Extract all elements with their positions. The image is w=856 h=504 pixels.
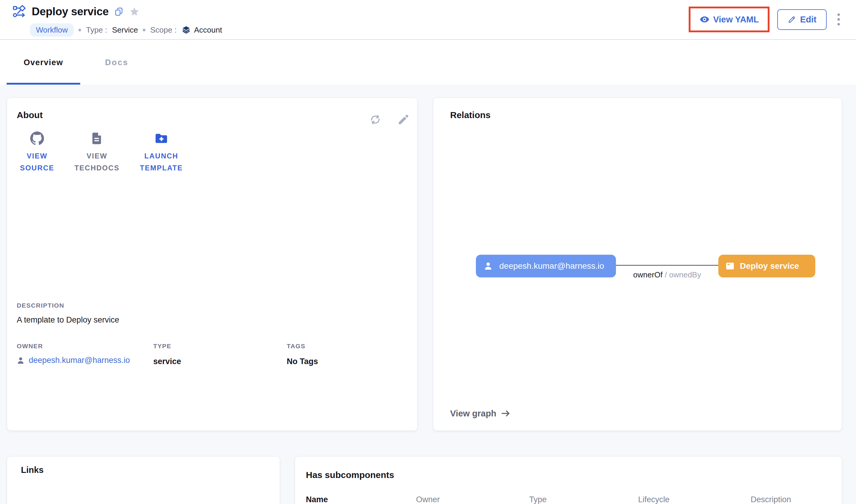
view-yaml-button[interactable]: View YAML <box>690 8 768 31</box>
subtitle-row: Workflow Type : Service Scope : Account <box>30 23 222 37</box>
about-card-title: About <box>17 110 43 120</box>
edge-label-ownedby: ownedBy <box>669 270 701 279</box>
pencil-icon <box>787 15 797 24</box>
about-actions-row: VIEW SOURCE VIEW TECHDOCS LAUNCH TEMPL <box>10 131 193 174</box>
column-header-owner: Owner <box>416 495 440 504</box>
launch-template-action[interactable]: LAUNCH TEMPLATE <box>130 131 193 174</box>
view-techdocs-action[interactable]: VIEW TECHDOCS <box>67 131 127 174</box>
column-header-type: Type <box>529 495 547 504</box>
header-actions: View YAML Edit <box>689 6 843 32</box>
owner-label: OWNER <box>17 343 43 350</box>
launch-template-label: LAUNCH TEMPLATE <box>130 150 193 174</box>
title-row: Deploy service <box>13 5 140 19</box>
relation-node-entity[interactable]: Deploy service <box>718 255 815 277</box>
tab-overview[interactable]: Overview <box>6 40 80 85</box>
type-label: Type : <box>86 25 107 35</box>
column-header-description: Description <box>751 495 791 504</box>
column-header-name: Name <box>306 495 328 504</box>
has-subcomponents-card: Has subcomponents Name Owner Type Lifecy… <box>295 457 842 504</box>
tags-label: TAGS <box>287 343 305 350</box>
view-techdocs-label: VIEW TECHDOCS <box>67 150 127 174</box>
more-options-kebab-icon[interactable] <box>835 12 843 27</box>
github-icon <box>30 131 44 145</box>
type-value-text: service <box>153 357 181 366</box>
dot-separator <box>79 29 81 31</box>
tab-docs[interactable]: Docs <box>99 40 135 85</box>
relation-node-user[interactable]: deepesh.kumar@harness.io <box>476 255 616 277</box>
has-subcomponents-title: Has subcomponents <box>306 470 394 480</box>
owner-value: deepesh.kumar@harness.io <box>16 356 130 365</box>
scope-group: Account <box>182 25 222 35</box>
relation-edge-label: ownerOf / ownedBy <box>610 270 724 280</box>
owner-link[interactable]: deepesh.kumar@harness.io <box>29 356 130 365</box>
view-yaml-label: View YAML <box>713 15 759 24</box>
eye-icon <box>700 14 709 24</box>
workflow-icon <box>13 5 26 19</box>
favorite-star-icon[interactable] <box>129 6 140 17</box>
edge-label-ownerof: ownerOf <box>633 270 663 279</box>
tab-overview-label: Overview <box>24 58 63 67</box>
edit-label: Edit <box>800 15 817 24</box>
relation-edge-line <box>616 265 718 266</box>
arrow-right-icon <box>500 408 511 418</box>
entity-header: Deploy service Workflow Type : Service S… <box>0 0 856 40</box>
annotation-highlight-box: View YAML <box>689 6 770 32</box>
tags-value-text: No Tags <box>287 357 318 366</box>
about-card: About VIEW SOURCE <box>7 98 417 430</box>
relations-card: Relations ownerOf / ownedBy deepesh.kuma… <box>433 98 842 430</box>
scope-value: Account <box>194 25 222 35</box>
person-icon <box>16 356 25 365</box>
relations-card-title: Relations <box>450 110 491 120</box>
view-graph-label: View graph <box>450 409 496 418</box>
page-title: Deploy service <box>32 5 109 18</box>
document-icon <box>90 131 104 145</box>
view-graph-link[interactable]: View graph <box>450 408 511 418</box>
person-icon <box>483 261 493 271</box>
tab-docs-label: Docs <box>105 58 129 67</box>
tab-bar: Overview Docs <box>0 40 856 85</box>
account-layers-icon <box>182 25 191 35</box>
refresh-icon[interactable] <box>369 113 382 126</box>
copy-icon[interactable] <box>114 7 124 16</box>
workflow-badge[interactable]: Workflow <box>30 23 74 37</box>
folder-plus-icon <box>154 131 168 145</box>
template-card-icon <box>725 261 735 271</box>
type-value: Service <box>112 25 138 35</box>
links-card-title: Links <box>21 465 44 475</box>
edit-button[interactable]: Edit <box>777 9 827 30</box>
edit-about-pencil-icon[interactable] <box>397 113 410 126</box>
relation-node-entity-label: Deploy service <box>740 261 799 271</box>
dot-separator <box>143 29 145 31</box>
description-value: A template to Deploy service <box>17 316 119 325</box>
links-card: Links <box>7 457 279 504</box>
scope-label: Scope : <box>150 25 176 35</box>
view-source-label: VIEW SOURCE <box>10 150 64 174</box>
view-source-action[interactable]: VIEW SOURCE <box>10 131 64 174</box>
description-label: DESCRIPTION <box>17 302 64 309</box>
type-field-label: TYPE <box>153 343 171 350</box>
relation-node-user-label: deepesh.kumar@harness.io <box>499 261 604 271</box>
column-header-lifecycle: Lifecycle <box>638 495 669 504</box>
